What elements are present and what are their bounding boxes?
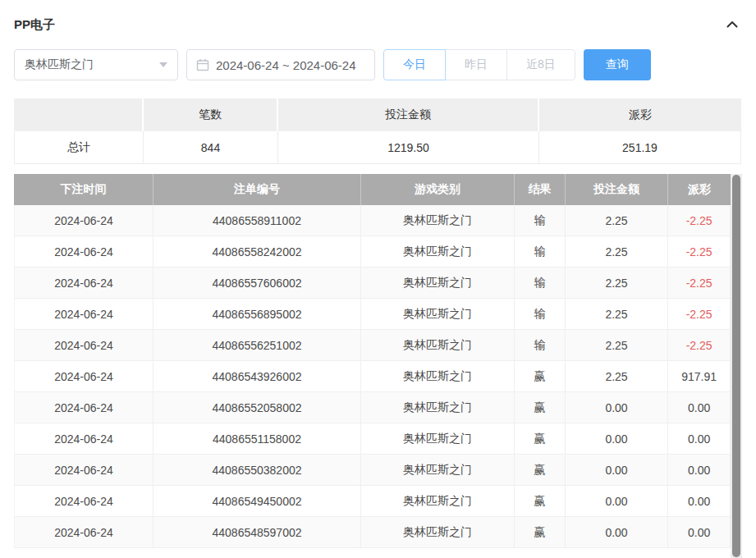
cell-order: 44086558242002 bbox=[153, 236, 361, 268]
cell-payout: 917.91 bbox=[668, 361, 731, 392]
quick-button-yesterday[interactable]: 昨日 bbox=[445, 49, 507, 80]
summary-total-label: 总计 bbox=[14, 131, 144, 164]
cell-game: 奥林匹斯之门 bbox=[361, 268, 515, 299]
cell-order: 44086551158002 bbox=[153, 423, 361, 455]
table-row: 2024-06-2444086552058002奥林匹斯之门赢0.000.00 bbox=[14, 392, 731, 423]
bets-table-wrap: 下注时间 注单编号 游戏类别 结果 投注金额 派彩 2024-06-244408… bbox=[14, 174, 742, 558]
table-body: 2024-06-2444086558911002奥林匹斯之门输2.25-2.25… bbox=[14, 205, 731, 548]
summary-total-count: 844 bbox=[144, 131, 278, 164]
cell-result: 赢 bbox=[515, 423, 566, 455]
table-row: 2024-06-2444086551158002奥林匹斯之门赢0.000.00 bbox=[14, 423, 731, 455]
search-button[interactable]: 查询 bbox=[584, 49, 651, 80]
cell-game: 奥林匹斯之门 bbox=[361, 205, 515, 236]
summary-table: 笔数 投注金额 派彩 总计 844 1219.50 251.19 bbox=[14, 98, 741, 164]
table-scrollbar[interactable] bbox=[731, 174, 742, 558]
table-row: 2024-06-2444086548597002奥林匹斯之门赢0.000.00 bbox=[14, 517, 731, 548]
cell-game: 奥林匹斯之门 bbox=[361, 392, 515, 423]
cell-game: 奥林匹斯之门 bbox=[361, 517, 515, 548]
cell-result: 赢 bbox=[515, 361, 566, 392]
cell-payout: -2.25 bbox=[668, 236, 731, 268]
cell-order: 44086557606002 bbox=[153, 268, 361, 299]
table-row: 2024-06-2444086558242002奥林匹斯之门输2.25-2.25 bbox=[14, 236, 731, 268]
cell-time: 2024-06-24 bbox=[14, 205, 153, 236]
cell-result: 赢 bbox=[515, 486, 566, 517]
cell-bet: 0.00 bbox=[566, 486, 668, 517]
cell-order: 44086552058002 bbox=[153, 392, 361, 423]
column-header-payout: 派彩 bbox=[668, 174, 731, 205]
cell-time: 2024-06-24 bbox=[14, 486, 153, 517]
date-range-picker[interactable]: 2024-06-24 ~ 2024-06-24 bbox=[186, 49, 375, 80]
date-range-value: 2024-06-24 ~ 2024-06-24 bbox=[216, 58, 356, 72]
cell-payout: 0.00 bbox=[668, 392, 731, 423]
summary-total-row: 总计 844 1219.50 251.19 bbox=[14, 131, 741, 164]
cell-game: 奥林匹斯之门 bbox=[361, 455, 515, 486]
cell-game: 奥林匹斯之门 bbox=[361, 423, 515, 455]
scrollbar-thumb[interactable] bbox=[732, 175, 740, 557]
cell-result: 输 bbox=[515, 299, 566, 330]
column-header-result: 结果 bbox=[515, 174, 566, 205]
cell-payout: 0.00 bbox=[668, 423, 731, 455]
collapse-panel-button[interactable] bbox=[722, 15, 742, 34]
cell-payout: -2.25 bbox=[668, 330, 731, 361]
column-header-game-category: 游戏类别 bbox=[361, 174, 515, 205]
cell-payout: 0.00 bbox=[668, 517, 731, 548]
cell-time: 2024-06-24 bbox=[14, 268, 153, 299]
cell-order: 44086558911002 bbox=[153, 205, 361, 236]
cell-payout: 0.00 bbox=[668, 455, 731, 486]
table-row: 2024-06-2444086543926002奥林匹斯之门赢2.25917.9… bbox=[14, 361, 731, 392]
panel-title: PP电子 bbox=[14, 17, 55, 33]
chevron-down-icon bbox=[159, 62, 167, 67]
quick-button-last-8-days[interactable]: 近8日 bbox=[506, 49, 575, 80]
cell-payout: -2.25 bbox=[668, 205, 731, 236]
bets-table: 下注时间 注单编号 游戏类别 结果 投注金额 派彩 2024-06-244408… bbox=[14, 174, 731, 558]
cell-order: 44086543926002 bbox=[153, 361, 361, 392]
cell-result: 输 bbox=[515, 330, 566, 361]
cell-time: 2024-06-24 bbox=[14, 236, 153, 268]
summary-total-payout: 251.19 bbox=[539, 131, 741, 164]
cell-bet: 2.25 bbox=[566, 268, 668, 299]
panel-header: PP电子 bbox=[14, 0, 742, 49]
cell-time: 2024-06-24 bbox=[14, 423, 153, 455]
cell-result: 输 bbox=[515, 236, 566, 268]
summary-total-bet-amount: 1219.50 bbox=[278, 131, 539, 164]
cell-order: 44086548597002 bbox=[153, 517, 361, 548]
cell-game: 奥林匹斯之门 bbox=[361, 361, 515, 392]
table-row: 2024-06-2444086558911002奥林匹斯之门输2.25-2.25 bbox=[14, 205, 731, 236]
cell-time: 2024-06-24 bbox=[14, 455, 153, 486]
filter-bar: 奥林匹斯之门 2024-06-24 ~ 2024-06-24 今日 昨日 近8日… bbox=[14, 49, 742, 80]
cell-payout: -2.25 bbox=[668, 299, 731, 330]
column-header-bet-time: 下注时间 bbox=[14, 174, 153, 205]
cell-bet: 2.25 bbox=[566, 205, 668, 236]
cell-result: 赢 bbox=[515, 455, 566, 486]
cell-order: 44086556251002 bbox=[153, 330, 361, 361]
cell-result: 输 bbox=[515, 268, 566, 299]
cell-order: 44086556895002 bbox=[153, 299, 361, 330]
cell-payout: 0.00 bbox=[668, 486, 731, 517]
table-row: 2024-06-2444086557606002奥林匹斯之门输2.25-2.25 bbox=[14, 268, 731, 299]
pp-electronic-panel: PP电子 奥林匹斯之门 2024-06-24 ~ 2024-06-24 今日 昨… bbox=[0, 0, 756, 558]
table-row: 2024-06-2444086556251002奥林匹斯之门输2.25-2.25 bbox=[14, 330, 731, 361]
cell-bet: 0.00 bbox=[566, 455, 668, 486]
game-select[interactable]: 奥林匹斯之门 bbox=[14, 49, 178, 80]
cell-time: 2024-06-24 bbox=[14, 330, 153, 361]
cell-bet: 0.00 bbox=[566, 392, 668, 423]
summary-header-count: 笔数 bbox=[144, 98, 278, 131]
column-header-order-number: 注单编号 bbox=[153, 174, 361, 205]
quick-button-today[interactable]: 今日 bbox=[383, 49, 446, 80]
table-header-row: 下注时间 注单编号 游戏类别 结果 投注金额 派彩 bbox=[14, 174, 731, 205]
cell-game: 奥林匹斯之门 bbox=[361, 330, 515, 361]
column-header-bet-amount: 投注金额 bbox=[566, 174, 668, 205]
summary-header-row: 笔数 投注金额 派彩 bbox=[14, 98, 741, 131]
game-select-value: 奥林匹斯之门 bbox=[25, 57, 94, 72]
quick-date-buttons: 今日 昨日 近8日 bbox=[383, 49, 575, 80]
cell-game: 奥林匹斯之门 bbox=[361, 486, 515, 517]
cell-bet: 2.25 bbox=[566, 236, 668, 268]
cell-time: 2024-06-24 bbox=[14, 299, 153, 330]
cell-bet: 2.25 bbox=[566, 299, 668, 330]
cell-order: 44086549450002 bbox=[153, 486, 361, 517]
chevron-up-icon bbox=[726, 18, 739, 31]
cell-bet: 2.25 bbox=[566, 361, 668, 392]
table-row: 2024-06-2444086550382002奥林匹斯之门赢0.000.00 bbox=[14, 455, 731, 486]
cell-payout: -2.25 bbox=[668, 268, 731, 299]
cell-game: 奥林匹斯之门 bbox=[361, 299, 515, 330]
